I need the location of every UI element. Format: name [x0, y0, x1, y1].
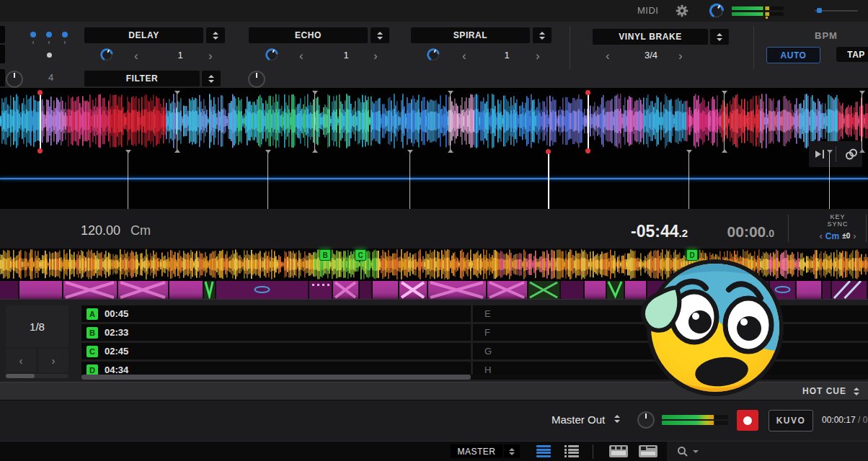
fx-delay-beats-decrease[interactable]: ‹	[134, 50, 138, 62]
track-overview-waveform[interactable]: BCD	[0, 249, 868, 281]
master-out-meter-right	[662, 421, 728, 425]
view-panel-icon-2[interactable]	[639, 445, 657, 460]
hot-cue-list-scrollbar[interactable]	[81, 375, 868, 380]
fx-select-delay[interactable]: DELAY	[84, 27, 203, 43]
key-shift-down[interactable]: ‹	[819, 230, 822, 241]
fx-select-spiral[interactable]: SPIRAL	[411, 27, 530, 43]
master-out-selector[interactable]: Master Out	[552, 413, 605, 426]
beat-tick	[64, 41, 66, 44]
beat-tick	[32, 41, 34, 44]
view-panel-icon-1[interactable]	[609, 445, 628, 460]
hot-cue-b[interactable]: B02:33	[81, 324, 471, 341]
key-sync-shift: ±0	[842, 232, 850, 240]
search-zone[interactable]	[667, 442, 868, 461]
hot-cue-mode-spinner[interactable]	[854, 388, 859, 395]
master-deck-spinner[interactable]	[504, 444, 520, 458]
filter-select[interactable]: FILTER	[84, 71, 200, 86]
fx-delay-level-knob[interactable]	[99, 47, 115, 66]
hot-cue-c[interactable]: C02:45	[81, 343, 471, 359]
release-fx-value-increase[interactable]: ›	[678, 50, 683, 62]
waveform-section	[0, 88, 868, 210]
master-level-knob[interactable]	[637, 411, 655, 429]
hot-cue-marker[interactable]	[548, 153, 549, 210]
hot-cue-a[interactable]: A00:45	[81, 305, 471, 322]
track-cue-badge-d[interactable]: D	[686, 249, 698, 261]
time-elapsed: 00:00.0	[727, 223, 774, 241]
hot-cue-f[interactable]: F	[473, 324, 868, 341]
edge-panel-box	[0, 45, 5, 63]
filter-select-spinner[interactable]	[202, 71, 221, 86]
track-cue-badge-b[interactable]: B	[319, 249, 331, 261]
memory-cue-marker[interactable]	[128, 153, 128, 210]
kuvo-button[interactable]: KUVO	[769, 410, 813, 431]
fx-divider	[753, 26, 754, 69]
beat-tick	[48, 41, 50, 44]
key-shift-up[interactable]: ›	[853, 230, 856, 241]
memory-cue-marker[interactable]	[267, 153, 268, 210]
fx-bank-number: 4	[48, 72, 53, 83]
fx-echo-beats-value: 1	[332, 50, 360, 61]
search-filter-dropdown-icon[interactable]	[693, 450, 699, 453]
view-detail-list-icon[interactable]	[564, 445, 579, 457]
hot-cue-row-b: B02:33 F	[0, 324, 868, 341]
memory-cue-marker[interactable]	[409, 153, 410, 210]
memory-cue-marker[interactable]	[862, 94, 862, 150]
cue-badge-a: A	[87, 308, 98, 320]
fx-select-spiral-spinner[interactable]	[533, 27, 552, 43]
release-fx-spinner[interactable]	[710, 29, 729, 45]
track-overview-canvas[interactable]	[0, 249, 868, 280]
fx-spiral-beats-increase[interactable]: ›	[536, 50, 540, 62]
beat-jump-icon[interactable]	[813, 148, 828, 160]
fx-select-delay-spinner[interactable]	[206, 27, 225, 43]
fx-delay-beats-increase[interactable]: ›	[208, 50, 213, 62]
fx-select-echo-spinner[interactable]	[371, 27, 389, 43]
volume-slider-knob[interactable]	[817, 8, 822, 13]
fx-echo-beats-decrease[interactable]: ‹	[299, 50, 304, 62]
fx-divider	[570, 26, 570, 69]
hot-cue-g[interactable]: G	[473, 343, 868, 359]
bpm-tap-button[interactable]: TAP	[836, 47, 868, 62]
fx-echo-beats-increase[interactable]: ›	[373, 50, 378, 62]
master-level-meter-right	[732, 12, 784, 16]
hot-cue-mode-bar: HOT CUE	[0, 382, 868, 400]
fx-echo-level-knob[interactable]	[264, 47, 280, 66]
video-preview-strip[interactable]	[0, 281, 868, 299]
cue-badge-b: B	[87, 327, 98, 339]
master-deck-selector[interactable]: MASTER	[451, 444, 502, 458]
release-fx-select-vinyl-brake[interactable]: VINYL BRAKE	[593, 29, 708, 45]
deck2-waveform[interactable]	[0, 178, 868, 179]
waveform-tools	[809, 141, 862, 167]
hot-cue-marker[interactable]	[40, 94, 41, 150]
memory-cue-marker[interactable]	[829, 153, 830, 210]
hot-cue-e[interactable]: E	[473, 305, 868, 322]
hot-cue-marker[interactable]	[588, 94, 589, 150]
search-icon[interactable]	[677, 446, 688, 457]
filter-knob-left[interactable]	[6, 71, 23, 88]
memory-cue-marker[interactable]	[314, 94, 315, 150]
video-strip-canvas[interactable]	[0, 281, 868, 299]
cue-letter-g: G	[484, 346, 492, 357]
deck1-waveform[interactable]	[0, 92, 868, 150]
memory-cue-marker[interactable]	[724, 94, 725, 150]
key-sync-control[interactable]: KEY SYNC ‹ Cm ±0 ›	[810, 213, 865, 241]
fx-spiral-beats-decrease[interactable]: ‹	[462, 50, 466, 62]
memory-cue-marker[interactable]	[450, 94, 451, 150]
release-fx-value: 3/4	[637, 50, 665, 61]
memory-cue-marker[interactable]	[177, 94, 177, 150]
track-cue-badge-c[interactable]: C	[355, 249, 366, 261]
headphone-mix-knob[interactable]	[708, 2, 725, 22]
fx-spiral-level-knob[interactable]	[425, 47, 441, 66]
fx-select-echo[interactable]: ECHO	[249, 27, 368, 43]
bpm-auto-button[interactable]: AUTO	[766, 47, 820, 63]
track-key-value: Cm	[130, 223, 151, 238]
record-button[interactable]	[737, 410, 758, 431]
view-list-icon[interactable]	[536, 445, 551, 457]
release-fx-value-decrease[interactable]: ‹	[606, 50, 610, 62]
memory-cue-marker[interactable]	[688, 153, 689, 210]
filter-knob-right[interactable]	[248, 71, 265, 88]
master-out-spinner[interactable]	[614, 415, 620, 423]
settings-gear-icon[interactable]	[676, 4, 688, 20]
hot-cue-row-a: A00:45 E	[0, 305, 868, 322]
midi-label[interactable]: MIDI	[637, 5, 658, 16]
link-icon[interactable]	[844, 148, 859, 161]
